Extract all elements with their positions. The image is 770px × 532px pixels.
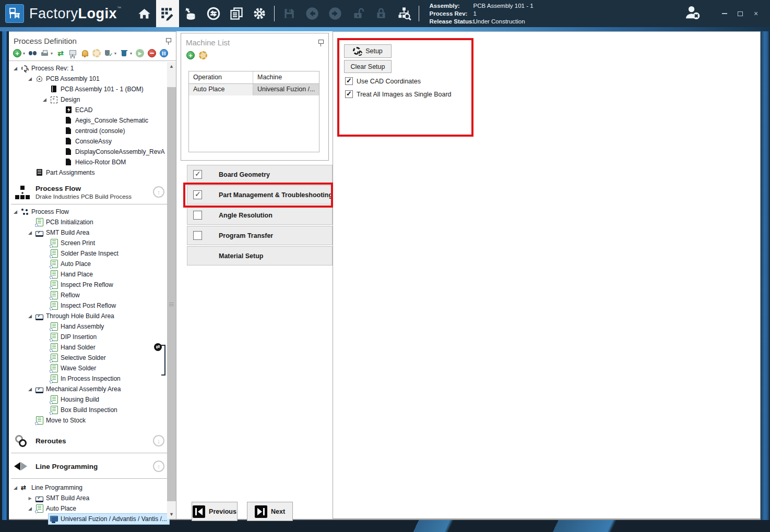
tree-item[interactable]: Screen Print	[9, 238, 176, 248]
tree-item[interactable]: Design	[9, 94, 176, 105]
tree-item[interactable]: Move to Stock	[9, 415, 176, 426]
tree-item[interactable]: PCB Initialization	[9, 217, 176, 227]
delete-icon[interactable]	[120, 49, 128, 57]
tree-item[interactable]: Part Assignments	[9, 167, 176, 178]
scrollbar-thumb[interactable]	[167, 87, 176, 501]
sync-icon[interactable]: ⇄	[56, 49, 65, 57]
tree-item[interactable]: Box Build Inspection	[9, 405, 176, 415]
tree-item[interactable]: Wave Solder	[9, 363, 176, 373]
step-checkbox[interactable]	[193, 190, 202, 199]
tree-item[interactable]: Auto Place	[9, 259, 176, 269]
documents-button[interactable]	[225, 0, 248, 27]
tree-item[interactable]: SMT Build Area	[9, 227, 176, 238]
step-row[interactable]: Board Geometry	[187, 165, 333, 184]
expander-icon[interactable]	[26, 76, 34, 81]
tree-item[interactable]: Universal Fuzion / Advantis / Vantis /..…	[9, 514, 176, 524]
table-row[interactable]: Auto Place Universal Fuzion /...	[189, 84, 319, 95]
maximize-button[interactable]	[733, 8, 747, 19]
expander-icon[interactable]	[11, 485, 19, 490]
scroll-up-icon[interactable]: ▲	[167, 62, 176, 71]
scrollbar[interactable]: ▲ ▼	[167, 62, 176, 519]
add-button[interactable]: +	[13, 49, 21, 57]
tree-item[interactable]: Process Rev: 1	[9, 63, 176, 74]
chevron-down-icon[interactable]: ▾	[23, 51, 25, 56]
close-button[interactable]: ×	[749, 8, 763, 19]
search-icon[interactable]	[29, 49, 37, 57]
expander-icon[interactable]	[26, 313, 34, 319]
unlock-button[interactable]	[347, 0, 370, 27]
pin-icon[interactable]	[317, 40, 324, 47]
tree-item[interactable]: Hand Solder	[9, 342, 176, 353]
use-cad-coordinates-option[interactable]: Use CAD Coordinates	[345, 77, 421, 85]
audit-view-button[interactable]	[393, 0, 416, 27]
expander-icon[interactable]	[26, 495, 34, 501]
tree-item[interactable]: In Process Inspection	[9, 373, 176, 384]
process-definition-tab[interactable]	[156, 0, 179, 27]
tree-item[interactable]: SMT Build Area	[9, 493, 176, 503]
step-checkbox[interactable]	[193, 231, 202, 240]
tree-item[interactable]: DIP Insertion	[9, 332, 176, 342]
tree-item[interactable]: DisplayConsoleAssembly_RevA	[9, 147, 176, 157]
tree-item[interactable]: Through Hole Build Area	[9, 311, 176, 321]
machine-cell[interactable]: Universal Fuzion /...	[253, 84, 319, 95]
save-button[interactable]	[278, 0, 301, 27]
expander-icon[interactable]	[26, 386, 34, 392]
tree-item[interactable]: centroid (console)	[9, 126, 176, 136]
tree-item[interactable]: Mechanical Assembly Area	[9, 384, 176, 394]
tree-item[interactable]: Auto Place	[9, 503, 176, 514]
scroll-down-icon[interactable]: ▼	[167, 510, 176, 519]
transfer-button[interactable]	[202, 0, 225, 27]
tree-item[interactable]: Reflow	[9, 290, 176, 300]
tree-item[interactable]: Inspect Pre Reflow	[9, 280, 176, 290]
minimize-button[interactable]	[718, 8, 731, 19]
presentation-icon[interactable]	[68, 49, 77, 57]
use-cad-coordinates-checkbox[interactable]	[345, 77, 353, 85]
materials-button[interactable]	[179, 0, 202, 27]
pin-icon[interactable]	[165, 38, 171, 45]
process-flow-section-header[interactable]: Process Flow Drake Industries PCB Build …	[9, 181, 176, 204]
step-row[interactable]: Part Management & Troubleshooting	[187, 185, 333, 204]
setup-button[interactable]: Setup	[344, 44, 392, 58]
tree-item[interactable]: Housing Build	[9, 394, 176, 405]
step-row[interactable]: Material Setup	[187, 246, 333, 265]
expander-icon[interactable]	[11, 209, 19, 214]
reroutes-section-header[interactable]: Reroutes ↓	[9, 430, 176, 453]
column-header-machine[interactable]: Machine	[253, 71, 319, 83]
step-checkbox[interactable]	[193, 211, 202, 220]
chevron-down-icon[interactable]: ▾	[114, 51, 116, 56]
release-status-hold-icon[interactable]	[160, 49, 168, 57]
release-status-stop-icon[interactable]	[148, 49, 156, 57]
tree-item[interactable]: Selective Solder	[9, 353, 176, 363]
operation-cell[interactable]: Auto Place	[189, 84, 253, 95]
home-button[interactable]	[133, 0, 156, 27]
collapse-section-button[interactable]: ↑	[153, 186, 164, 198]
treat-all-images-checkbox[interactable]	[345, 90, 353, 98]
release-status-go-icon[interactable]: ▶	[136, 49, 144, 57]
security-icon[interactable]	[104, 49, 113, 57]
logout-user-button[interactable]	[683, 4, 701, 23]
chevron-down-icon[interactable]: ▾	[130, 51, 132, 56]
tree-item[interactable]: Solder Paste Inspect	[9, 248, 176, 259]
machine-settings-icon[interactable]	[199, 51, 207, 59]
bell-icon[interactable]	[80, 49, 89, 57]
tree-item[interactable]: ConsoleAssy	[9, 136, 176, 147]
gear-icon[interactable]	[92, 49, 101, 57]
tree-item[interactable]: Process Flow	[9, 207, 176, 217]
tree-item[interactable]: PCB Assembly 101 - 1 (BOM)	[9, 84, 176, 94]
treat-all-images-option[interactable]: Treat All Images as Single Board	[345, 90, 452, 98]
column-header-operation[interactable]: Operation	[189, 71, 253, 83]
print-button[interactable]	[41, 49, 49, 57]
tree-item[interactable]: ECAD	[9, 105, 176, 115]
forward-button[interactable]	[324, 0, 347, 27]
tree-item[interactable]: Inspect Post Reflow	[9, 300, 176, 311]
expand-section-button[interactable]: ↓	[153, 435, 164, 446]
clear-setup-button[interactable]: Clear Setup	[344, 60, 392, 73]
expander-icon[interactable]	[26, 506, 34, 511]
step-row[interactable]: Angle Resolution	[187, 205, 333, 225]
tree-item[interactable]: Hand Assembly	[9, 321, 176, 332]
expander-icon[interactable]	[41, 97, 49, 102]
line-programming-section-header[interactable]: Line Programming ↑	[9, 455, 176, 478]
tree-item[interactable]: PCB Assembly 101	[9, 74, 176, 84]
add-machine-button[interactable]: +	[186, 51, 195, 59]
previous-button[interactable]: Previous	[192, 502, 238, 521]
